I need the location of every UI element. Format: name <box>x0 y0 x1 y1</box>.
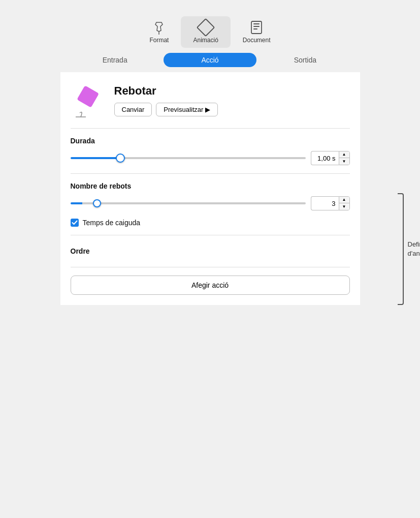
tab-sortida[interactable]: Sortida <box>259 53 351 67</box>
ordre-input[interactable]: 2 <box>309 243 350 259</box>
svg-rect-1 <box>251 21 262 34</box>
ordre-row: Ordre 2 ▲ ▼ <box>71 243 350 259</box>
annotation: Definir opcions d'animació. <box>398 193 421 305</box>
durada-up-button[interactable]: ▲ <box>339 151 349 158</box>
checkmark-icon <box>72 220 78 225</box>
tab-entrada[interactable]: Entrada <box>69 53 161 67</box>
change-button[interactable]: Canviar <box>114 103 152 116</box>
animacio-label: Animació <box>193 37 218 44</box>
temps-label: Temps de caiguda <box>83 219 141 227</box>
animation-icon <box>71 82 106 118</box>
format-tab-button[interactable]: Format <box>137 16 181 48</box>
divider-4 <box>71 267 350 267</box>
animation-action-buttons: Canviar Previsualitzar ▶ <box>114 103 218 116</box>
svg-rect-4 <box>253 28 257 29</box>
document-label: Document <box>243 37 271 44</box>
divider-2 <box>71 173 350 174</box>
document-tab-button[interactable]: Document <box>231 16 283 48</box>
temps-checkbox[interactable] <box>71 219 79 227</box>
tab-accio[interactable]: Acció <box>164 53 256 67</box>
nombre-arrows: ▲ ▼ <box>339 196 350 210</box>
animation-header: Rebotar Canviar Previsualitzar ▶ <box>71 82 350 118</box>
nombre-slider-row: 3 ▲ ▼ <box>71 196 350 210</box>
preview-button[interactable]: Previsualitzar ▶ <box>156 103 218 116</box>
toolbar: Format Animació Document <box>60 10 360 48</box>
annotation-text: Definir opcions d'animació. <box>408 240 421 258</box>
nombre-label: Nombre de rebots <box>71 182 350 190</box>
nombre-section: Nombre de rebots 3 ▲ ▼ <box>71 182 350 210</box>
document-icon <box>249 20 264 35</box>
durada-arrows: ▲ ▼ <box>339 151 350 165</box>
svg-rect-2 <box>253 23 260 24</box>
animacio-tab-button[interactable]: Animació <box>181 16 230 48</box>
durada-stepper: 1,00 s ▲ ▼ <box>311 151 350 165</box>
ordre-select: 2 ▲ ▼ <box>309 243 350 259</box>
animation-panel: Format Animació Document <box>60 10 360 305</box>
tab-bar: Entrada Acció Sortida <box>60 48 360 67</box>
annotation-bracket <box>398 193 404 305</box>
main-content: Rebotar Canviar Previsualitzar ▶ Durada … <box>60 72 360 305</box>
nombre-down-button[interactable]: ▼ <box>339 203 349 210</box>
temps-row: Temps de caiguda <box>71 219 350 227</box>
durada-label: Durada <box>71 137 350 145</box>
nombre-input[interactable]: 3 <box>311 196 339 210</box>
durada-input[interactable]: 1,00 s <box>311 151 339 165</box>
diamond-icon <box>199 20 213 35</box>
format-label: Format <box>149 37 169 44</box>
divider-3 <box>71 235 350 235</box>
durada-section: Durada 1,00 s ▲ ▼ <box>71 137 350 165</box>
nombre-stepper: 3 ▲ ▼ <box>311 196 350 210</box>
divider-1 <box>71 128 350 129</box>
animation-title: Rebotar <box>114 84 218 98</box>
svg-rect-5 <box>77 85 99 108</box>
nombre-slider[interactable] <box>71 202 306 204</box>
pin-icon <box>152 20 166 35</box>
durada-slider[interactable] <box>71 157 306 159</box>
nombre-up-button[interactable]: ▲ <box>339 197 349 203</box>
ordre-label: Ordre <box>71 247 90 255</box>
durada-down-button[interactable]: ▼ <box>339 158 349 165</box>
animation-title-area: Rebotar Canviar Previsualitzar ▶ <box>114 84 218 116</box>
svg-rect-3 <box>253 26 260 27</box>
durada-slider-row: 1,00 s ▲ ▼ <box>71 151 350 165</box>
add-action-button[interactable]: Afegir acció <box>71 276 350 295</box>
